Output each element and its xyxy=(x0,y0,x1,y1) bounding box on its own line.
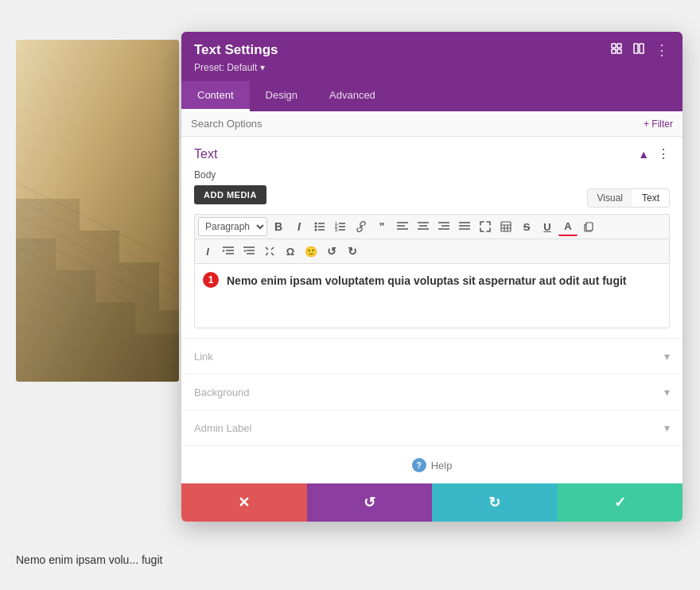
filter-button[interactable]: + Filter xyxy=(644,118,673,130)
tab-content[interactable]: Content xyxy=(181,81,250,111)
paragraph-select[interactable]: Paragraph xyxy=(198,217,267,236)
editor-header: ADD MEDIA Visual Text xyxy=(194,185,670,211)
emoji-button[interactable]: 🙂 xyxy=(301,242,321,261)
background-chevron-icon: ▾ xyxy=(664,386,670,398)
editor-indicator: 1 xyxy=(203,272,219,288)
body-label: Body xyxy=(194,169,670,180)
help-icon: ? xyxy=(412,458,426,472)
panel-header-icons: ⋮ xyxy=(610,41,670,59)
text-settings-panel: Text Settings ⋮ xyxy=(181,32,682,522)
panel-preset[interactable]: Preset: Default ▾ xyxy=(194,62,670,73)
svg-rect-7 xyxy=(617,44,621,48)
svg-line-51 xyxy=(266,253,268,255)
text-section: Text ▲ ⋮ Body ADD MEDIA Visual Text Para xyxy=(181,137,682,339)
editor-mode-toggle: Visual Text xyxy=(587,188,670,208)
redo-editor-button[interactable]: ↻ xyxy=(343,242,362,261)
link-section[interactable]: Link ▾ xyxy=(181,339,682,375)
section-controls: ▲ ⋮ xyxy=(638,146,670,161)
bold-button[interactable]: B xyxy=(269,217,288,236)
text-section-header: Text ▲ ⋮ xyxy=(194,146,670,161)
svg-rect-8 xyxy=(612,49,616,53)
admin-label-chevron-icon: ▾ xyxy=(664,421,670,434)
text-mode-button[interactable]: Text xyxy=(632,189,669,207)
panel-title: Text Settings xyxy=(194,42,278,58)
special-chars-button[interactable]: Ω xyxy=(281,242,300,261)
outdent-button[interactable] xyxy=(239,242,259,261)
cancel-button[interactable]: ✕ xyxy=(181,483,307,522)
text-color-button[interactable]: A xyxy=(558,217,578,236)
undo-button[interactable]: ↺ xyxy=(307,483,433,522)
svg-line-49 xyxy=(271,253,274,255)
svg-line-50 xyxy=(271,247,274,250)
section-more-icon[interactable]: ⋮ xyxy=(657,146,670,161)
help-section: ? Help xyxy=(181,446,682,483)
tab-advanced[interactable]: Advanced xyxy=(313,81,391,111)
svg-rect-9 xyxy=(617,49,621,53)
blockquote-button[interactable]: " xyxy=(372,217,391,236)
svg-text:3.: 3. xyxy=(335,227,339,232)
editor-text[interactable]: Nemo enim ipsam voluptatem quia voluptas… xyxy=(204,272,659,289)
text-section-title: Text xyxy=(194,147,217,161)
strikethrough-button[interactable]: S xyxy=(517,217,536,236)
background-label: Background xyxy=(194,386,249,398)
align-center-button[interactable] xyxy=(414,217,433,236)
toolbar-row-1: Paragraph B I 1.2.3. " xyxy=(195,215,669,239)
undo-editor-button[interactable]: ↺ xyxy=(322,242,341,261)
search-bar: + Filter xyxy=(181,111,682,137)
editor-content[interactable]: 1 Nemo enim ipsam voluptatem quia volupt… xyxy=(195,264,669,328)
panel-header-top: Text Settings ⋮ xyxy=(194,41,670,59)
panel-header: Text Settings ⋮ xyxy=(181,32,682,81)
background-image xyxy=(16,40,179,382)
link-label: Link xyxy=(194,351,213,363)
svg-line-48 xyxy=(266,247,268,250)
help-label: Help xyxy=(431,460,453,472)
link-button[interactable] xyxy=(352,217,371,236)
svg-rect-11 xyxy=(640,44,644,53)
tab-design[interactable]: Design xyxy=(250,81,313,111)
italic-button[interactable]: I xyxy=(290,217,309,236)
admin-label-section[interactable]: Admin Label ▾ xyxy=(181,410,682,446)
svg-point-14 xyxy=(315,226,317,228)
align-right-button[interactable] xyxy=(434,217,453,236)
fullscreen-editor-button[interactable] xyxy=(476,217,495,236)
panel-tabs: Content Design Advanced xyxy=(181,81,682,111)
unordered-list-button[interactable] xyxy=(310,217,329,236)
toolbar-row-2: I Ω 🙂 ↺ ↻ xyxy=(195,239,669,264)
action-bar: ✕ ↺ ↻ ✓ xyxy=(181,483,682,522)
justify-button[interactable] xyxy=(455,217,474,236)
underline-button[interactable]: U xyxy=(538,217,557,236)
expand-button[interactable] xyxy=(260,242,279,261)
svg-rect-10 xyxy=(634,44,638,53)
editor-container: Paragraph B I 1.2.3. " xyxy=(194,214,670,328)
svg-rect-41 xyxy=(586,223,593,231)
section-collapse-icon[interactable]: ▲ xyxy=(638,148,649,161)
fullscreen-icon[interactable] xyxy=(610,42,623,58)
redo-button[interactable]: ↻ xyxy=(432,483,558,522)
add-media-button[interactable]: ADD MEDIA xyxy=(194,185,266,204)
link-chevron-icon: ▾ xyxy=(664,350,670,363)
svg-rect-6 xyxy=(612,44,616,48)
italic-alt-button[interactable]: I xyxy=(198,242,217,261)
panel-body: Text ▲ ⋮ Body ADD MEDIA Visual Text Para xyxy=(181,137,682,483)
visual-mode-button[interactable]: Visual xyxy=(588,189,632,207)
more-options-icon[interactable]: ⋮ xyxy=(655,41,670,59)
paste-button[interactable] xyxy=(579,217,598,236)
svg-point-16 xyxy=(315,229,317,231)
admin-label-text: Admin Label xyxy=(194,422,251,434)
background-section[interactable]: Background ▾ xyxy=(181,375,682,410)
indent-button[interactable] xyxy=(219,242,238,261)
align-left-button[interactable] xyxy=(393,217,412,236)
columns-icon[interactable] xyxy=(632,42,645,58)
svg-rect-36 xyxy=(501,222,511,231)
help-button[interactable]: ? Help xyxy=(412,458,453,472)
table-button[interactable] xyxy=(496,217,515,236)
save-button[interactable]: ✓ xyxy=(558,483,683,522)
page-caption: Nemo enim ipsam volu... fugit xyxy=(16,553,162,566)
search-input[interactable] xyxy=(191,118,644,130)
svg-point-12 xyxy=(315,223,317,225)
ordered-list-button[interactable]: 1.2.3. xyxy=(331,217,350,236)
